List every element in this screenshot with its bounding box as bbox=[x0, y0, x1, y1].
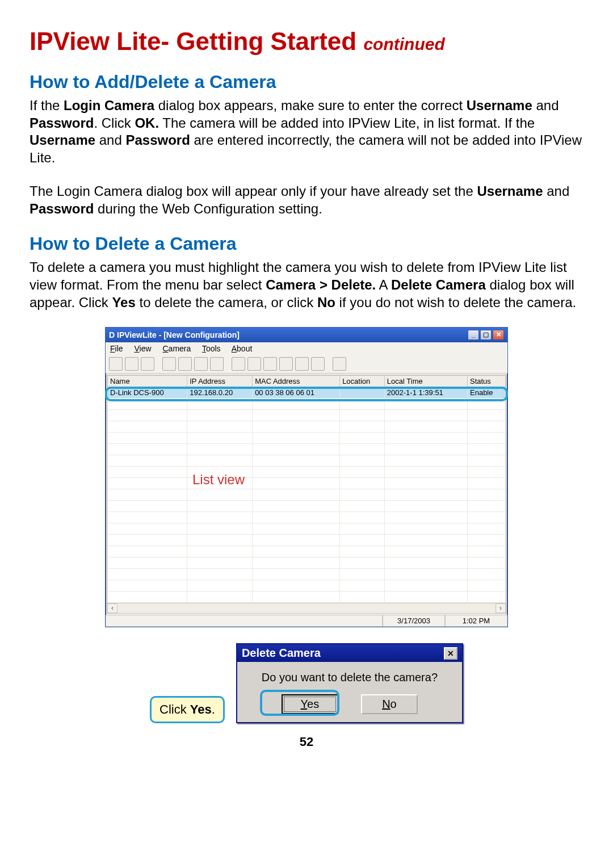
table-row-empty: . bbox=[108, 580, 506, 592]
table-row-empty: . bbox=[108, 455, 506, 467]
close-button[interactable]: ✕ bbox=[493, 330, 504, 340]
menu-tools[interactable]: Tools bbox=[202, 344, 221, 353]
delete-camera-dialog: Delete Camera ✕ Do you want to delete th… bbox=[236, 643, 463, 723]
toolbar-icon-1[interactable] bbox=[109, 357, 123, 371]
statusbar-spacer bbox=[106, 615, 383, 627]
toolbar-icon-14[interactable] bbox=[333, 357, 346, 371]
statusbar-date: 3/17/2003 bbox=[383, 615, 445, 627]
ipv-toolbar bbox=[106, 355, 507, 374]
minimize-button[interactable]: _ bbox=[468, 330, 479, 340]
table-row[interactable]: D-Link DCS-900 192.168.0.20 00 03 38 06 … bbox=[108, 387, 506, 399]
col-location[interactable]: Location bbox=[340, 376, 385, 387]
table-row-empty: . bbox=[108, 557, 506, 569]
scroll-right-icon[interactable]: › bbox=[496, 603, 506, 613]
window-controls: _ ▢ ✕ bbox=[468, 330, 504, 340]
section-heading-add-delete: How to Add/Delete a Camera bbox=[30, 72, 583, 93]
horizontal-scrollbar[interactable]: ‹ › bbox=[107, 603, 506, 613]
toolbar-icon-10[interactable] bbox=[263, 357, 277, 371]
table-row-empty: . bbox=[108, 433, 506, 444]
toolbar-icon-13[interactable] bbox=[311, 357, 325, 371]
toolbar-icon-11[interactable] bbox=[279, 357, 293, 371]
toolbar-icon-2[interactable] bbox=[125, 357, 138, 371]
ipv-list-view[interactable]: List view Name IP Address MAC Address Lo… bbox=[107, 375, 506, 614]
section1-p1: If the Login Camera dialog box appears, … bbox=[30, 97, 583, 167]
table-row-empty: . bbox=[108, 421, 506, 433]
yes-button[interactable]: Yes bbox=[282, 694, 338, 714]
toolbar-icon-8[interactable] bbox=[232, 357, 245, 371]
toolbar-icon-5[interactable] bbox=[178, 357, 192, 371]
toolbar-icon-4[interactable] bbox=[162, 357, 176, 371]
page-number: 52 bbox=[30, 735, 583, 749]
ipviewlite-window: D IPViewLite - [New Configuration] _ ▢ ✕… bbox=[105, 327, 508, 627]
scroll-left-icon[interactable]: ‹ bbox=[107, 603, 117, 613]
table-row-empty: . bbox=[108, 546, 506, 557]
ipv-statusbar: 3/17/2003 1:02 PM bbox=[106, 615, 507, 627]
toolbar-icon-9[interactable] bbox=[247, 357, 261, 371]
cell-name: D-Link DCS-900 bbox=[108, 387, 187, 399]
menu-camera[interactable]: Camera bbox=[162, 344, 191, 353]
cell-location bbox=[340, 387, 385, 399]
menu-file[interactable]: File bbox=[110, 344, 123, 353]
table-row-empty: . bbox=[108, 592, 506, 603]
cell-ip: 192.168.0.20 bbox=[187, 387, 253, 399]
section1-p2: The Login Camera dialog box will appear … bbox=[30, 183, 583, 217]
table-row-empty: . bbox=[108, 399, 506, 410]
cell-status: Enable bbox=[468, 387, 506, 399]
dialog-buttons: Yes No bbox=[237, 692, 462, 722]
camera-list-table: Name IP Address MAC Address Location Loc… bbox=[107, 375, 506, 603]
section-heading-delete: How to Delete a Camera bbox=[30, 233, 583, 254]
cell-mac: 00 03 38 06 06 01 bbox=[253, 387, 340, 399]
no-button[interactable]: No bbox=[361, 694, 418, 714]
page-title-main: IPView Lite- Getting Started bbox=[30, 27, 363, 55]
col-localtime[interactable]: Local Time bbox=[384, 376, 467, 387]
menu-about[interactable]: About bbox=[232, 344, 253, 353]
table-row-empty: . bbox=[108, 478, 506, 489]
table-row-empty: . bbox=[108, 410, 506, 421]
cell-localtime: 2002-1-1 1:39:51 bbox=[384, 387, 467, 399]
click-yes-callout: Click Yes. bbox=[150, 696, 225, 723]
maximize-button[interactable]: ▢ bbox=[480, 330, 492, 340]
toolbar-icon-6[interactable] bbox=[194, 357, 208, 371]
dialog-titlebar[interactable]: Delete Camera ✕ bbox=[237, 644, 462, 662]
statusbar-time: 1:02 PM bbox=[445, 615, 507, 627]
delete-dialog-row: Click Yes. Delete Camera ✕ Do you want t… bbox=[30, 643, 583, 723]
menu-view[interactable]: View bbox=[134, 344, 151, 353]
toolbar-icon-3[interactable] bbox=[141, 357, 154, 371]
ipv-titlebar[interactable]: D IPViewLite - [New Configuration] _ ▢ ✕ bbox=[106, 328, 507, 342]
page-title-continued: continued bbox=[363, 35, 444, 53]
col-name[interactable]: Name bbox=[108, 376, 187, 387]
toolbar-icon-12[interactable] bbox=[295, 357, 309, 371]
table-row-empty: . bbox=[108, 569, 506, 580]
col-mac[interactable]: MAC Address bbox=[253, 376, 340, 387]
section2-p1: To delete a camera you must highlight th… bbox=[30, 259, 583, 311]
table-row-empty: . bbox=[108, 489, 506, 501]
table-row-empty: . bbox=[108, 444, 506, 455]
ipv-title-text: D IPViewLite - [New Configuration] bbox=[109, 330, 240, 339]
ipv-menubar: File View Camera Tools About bbox=[106, 342, 507, 355]
table-row-empty: . bbox=[108, 535, 506, 546]
col-status[interactable]: Status bbox=[468, 376, 506, 387]
table-row-empty: . bbox=[108, 523, 506, 535]
table-row-empty: . bbox=[108, 512, 506, 523]
toolbar-icon-7[interactable] bbox=[210, 357, 224, 371]
table-row-empty: . bbox=[108, 501, 506, 512]
col-ip[interactable]: IP Address bbox=[187, 376, 253, 387]
page-title: IPView Lite- Getting Started continued bbox=[30, 27, 583, 56]
table-row-empty: . bbox=[108, 467, 506, 478]
table-header-row: Name IP Address MAC Address Location Loc… bbox=[108, 376, 506, 387]
dialog-title: Delete Camera bbox=[242, 647, 321, 660]
dialog-message: Do you want to delete the camera? bbox=[237, 662, 462, 692]
dialog-close-button[interactable]: ✕ bbox=[444, 647, 457, 660]
